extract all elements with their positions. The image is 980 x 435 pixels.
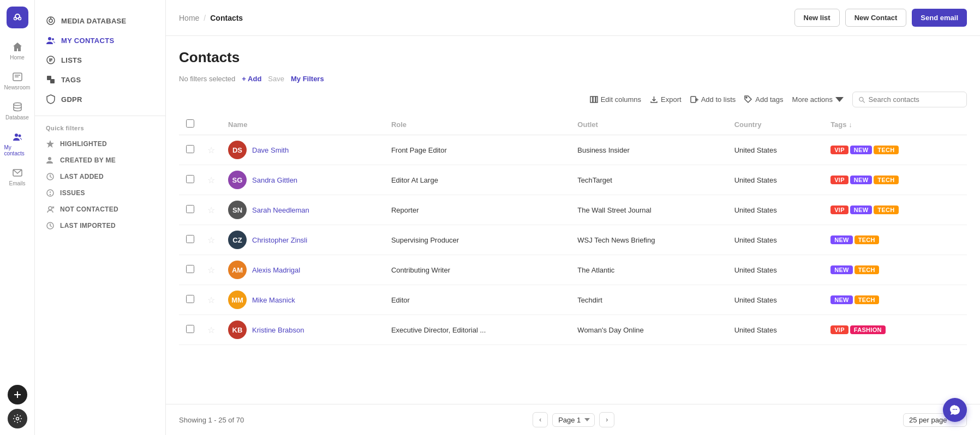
contact-tags: NEWTECH [824, 255, 967, 285]
tag-badge[interactable]: VIP [830, 146, 848, 154]
contact-role: Front Page Editor [385, 135, 571, 165]
app-logo[interactable] [7, 7, 28, 28]
tag-badge[interactable]: VIP [830, 176, 848, 184]
svg-point-41 [859, 97, 863, 101]
row-checkbox[interactable] [186, 205, 194, 213]
contact-name-cell: SG Sandra Gittlen [228, 171, 378, 189]
prev-page-button[interactable]: ‹ [533, 412, 548, 427]
quick-filter-not-contacted[interactable]: NOT CONTACTED [35, 201, 165, 218]
nav-newsroom[interactable]: Newsroom [2, 67, 33, 95]
sidebar-item-my-contacts[interactable]: MY CONTACTS [35, 31, 165, 50]
tag-badge[interactable]: NEW [850, 206, 873, 214]
tag-badge[interactable]: NEW [830, 265, 853, 274]
tag-badge[interactable]: VIP [830, 325, 848, 334]
nav-database[interactable]: Database [2, 97, 33, 125]
contact-name-link[interactable]: Mike Masnick [252, 296, 295, 304]
star-icon[interactable]: ☆ [207, 325, 215, 335]
svg-rect-37 [691, 96, 696, 102]
tag-badge[interactable]: FASHION [850, 325, 886, 334]
contact-outlet: Business Insider [571, 135, 727, 165]
filter-save-button[interactable]: Save [268, 75, 284, 83]
contact-tags: VIPNEWTECH [824, 135, 967, 165]
new-contact-button[interactable]: New Contact [845, 9, 907, 27]
contact-name-link[interactable]: Kristine Brabson [252, 326, 304, 334]
row-checkbox[interactable] [186, 295, 194, 303]
filters-label: No filters selected [179, 75, 235, 83]
star-icon[interactable]: ☆ [207, 206, 215, 215]
sidebar: MEDIA DATABASE MY CONTACTS LISTS TAGS GD… [35, 0, 166, 435]
col-outlet: Outlet [571, 114, 727, 135]
star-icon[interactable]: ☆ [207, 235, 215, 245]
quick-filter-created-by-me[interactable]: CREATED BY ME [35, 152, 165, 168]
quick-filter-issues[interactable]: ISSUES [35, 185, 165, 201]
add-tags-button[interactable]: Add tags [744, 95, 783, 104]
next-page-button[interactable]: › [599, 412, 614, 427]
contact-name-link[interactable]: Dave Smith [252, 146, 289, 154]
edit-columns-button[interactable]: Edit columns [590, 95, 641, 104]
tag-badge[interactable]: VIP [830, 206, 848, 214]
tag-badge[interactable]: TECH [874, 176, 898, 184]
add-to-lists-button[interactable]: Add to lists [690, 95, 736, 104]
star-icon[interactable]: ☆ [207, 176, 215, 185]
nav-home[interactable]: Home [2, 37, 33, 65]
star-icon[interactable]: ☆ [207, 265, 215, 275]
quick-filter-highlighted[interactable]: HIGHLIGHTED [35, 136, 165, 152]
tag-badge[interactable]: TECH [854, 265, 879, 274]
select-all-checkbox[interactable] [186, 119, 194, 128]
contact-name-link[interactable]: Alexis Madrigal [252, 266, 300, 274]
breadcrumb-home[interactable]: Home [179, 14, 199, 22]
tag-badge[interactable]: TECH [874, 206, 898, 214]
tag-badge[interactable]: TECH [874, 146, 898, 154]
new-list-button[interactable]: New list [794, 9, 840, 27]
svg-point-40 [746, 97, 747, 98]
tag-badge[interactable]: NEW [830, 235, 853, 244]
quick-filter-last-imported[interactable]: LAST IMPORTED [35, 218, 165, 234]
row-checkbox[interactable] [186, 175, 194, 183]
settings-button[interactable] [8, 409, 27, 428]
tag-badge[interactable]: TECH [854, 295, 879, 304]
tag-badge[interactable]: NEW [850, 176, 873, 184]
icon-nav: Home Newsroom Database My contacts Email… [0, 0, 35, 435]
add-button[interactable] [8, 385, 27, 404]
search-input[interactable] [869, 95, 961, 104]
filter-my-button[interactable]: My Filters [291, 75, 324, 83]
col-tags[interactable]: Tags ↓ [824, 114, 967, 135]
nav-emails[interactable]: Emails [2, 163, 33, 191]
sidebar-item-tags[interactable]: TAGS [35, 70, 165, 89]
sidebar-item-gdpr[interactable]: GDPR [35, 89, 165, 109]
table-header-row: Name Role Outlet Country Tags ↓ [179, 114, 967, 135]
table-row: ☆ MM Mike Masnick EditorTechdirtUnited S… [179, 285, 967, 315]
contact-name-cell: SN Sarah Needleman [228, 201, 378, 219]
filter-add-button[interactable]: + Add [242, 75, 261, 83]
page-select[interactable]: Page 1 Page 2 Page 3 [552, 413, 595, 427]
contact-name-link[interactable]: Sandra Gittlen [252, 176, 297, 184]
send-email-button[interactable]: Send email [912, 9, 967, 27]
contact-country: United States [728, 285, 824, 315]
sidebar-item-lists[interactable]: LISTS [35, 50, 165, 70]
sidebar-item-media-database[interactable]: MEDIA DATABASE [35, 11, 165, 31]
col-name[interactable]: Name [222, 114, 385, 135]
table-row: ☆ SN Sarah Needleman ReporterThe Wall St… [179, 195, 967, 225]
tag-badge[interactable]: NEW [850, 146, 873, 154]
row-checkbox[interactable] [186, 265, 194, 273]
svg-point-8 [18, 135, 21, 137]
avatar: KB [228, 321, 247, 339]
nav-my-contacts[interactable]: My contacts [2, 127, 33, 161]
row-checkbox[interactable] [186, 325, 194, 333]
chat-bubble-button[interactable] [943, 398, 967, 422]
svg-point-6 [14, 103, 21, 106]
star-icon[interactable]: ☆ [207, 295, 215, 305]
tag-badge[interactable]: TECH [854, 235, 879, 244]
table-row: ☆ AM Alexis Madrigal Contributing Writer… [179, 255, 967, 285]
row-checkbox[interactable] [186, 145, 194, 153]
quick-filter-last-added[interactable]: LAST ADDED [35, 168, 165, 185]
contact-name-link[interactable]: Christopher Zinsli [252, 236, 307, 244]
export-button[interactable]: Export [650, 95, 682, 104]
more-actions-button[interactable]: More actions [792, 95, 844, 104]
search-box[interactable] [852, 92, 967, 107]
star-icon[interactable]: ☆ [207, 146, 215, 155]
contact-name-link[interactable]: Sarah Needleman [252, 206, 309, 214]
tag-badge[interactable]: NEW [830, 295, 853, 304]
breadcrumb-separator: / [204, 14, 206, 22]
row-checkbox[interactable] [186, 235, 194, 243]
